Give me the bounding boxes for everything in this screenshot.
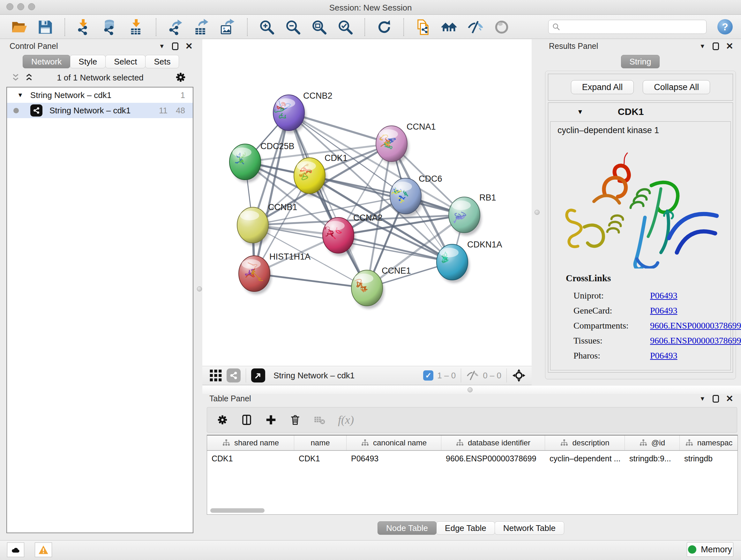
tab-network[interactable]: Network — [23, 55, 70, 68]
network-node-CCNB2[interactable]: CCNB2 — [273, 91, 333, 133]
export-image-icon[interactable] — [219, 19, 236, 36]
network-canvas[interactable]: CCNB2CCNA1CDC25BCDK1CDC6RB1CCNB1CCNA2CDK… — [202, 39, 532, 366]
network-node-CDC6[interactable]: CDC6 — [390, 174, 442, 217]
share-network-icon[interactable] — [226, 368, 241, 382]
cell-shared-name[interactable]: CDK1 — [207, 454, 294, 463]
right-splitter-handle[interactable] — [535, 210, 540, 215]
show-columns-icon[interactable] — [241, 414, 253, 426]
fit-selected-crosshair-icon[interactable] — [512, 368, 526, 382]
zoom-in-icon[interactable] — [259, 19, 275, 36]
table-row[interactable]: CDK1CDK1P064939606.ENSP00000378699cyclin… — [207, 451, 738, 466]
clone-network-icon[interactable] — [415, 19, 431, 36]
collapse-all-button[interactable]: Collapse All — [643, 80, 710, 94]
zoom-fit-icon[interactable] — [311, 19, 327, 36]
tab-style[interactable]: Style — [70, 55, 106, 68]
table-panel-close-icon[interactable]: ✕ — [726, 395, 733, 402]
results-panel-menu-icon[interactable]: ▼ — [699, 43, 705, 50]
column-header-shared-name[interactable]: shared name — [207, 435, 294, 450]
warning-button[interactable] — [35, 543, 52, 557]
zoom-out-icon[interactable] — [285, 19, 301, 36]
column-header-database-identifier[interactable]: database identifier — [441, 435, 545, 450]
table-panel-menu-icon[interactable]: ▼ — [699, 395, 705, 402]
selected-checkbox-icon[interactable]: ✓ — [423, 370, 433, 381]
cell-canonical-name[interactable]: P06493 — [347, 454, 441, 463]
tab-node-table[interactable]: Node Table — [378, 521, 436, 535]
shared-column-icon — [456, 439, 464, 447]
tab-sets[interactable]: Sets — [145, 55, 179, 68]
open-folder-icon[interactable] — [11, 19, 27, 36]
search-box[interactable] — [548, 20, 706, 34]
table-horizontal-scrollbar[interactable] — [210, 508, 265, 513]
network-node-CDC25B[interactable]: CDC25B — [229, 141, 294, 183]
import-database-icon[interactable] — [102, 19, 119, 36]
network-row[interactable]: String Network – cdk1 11 48 — [7, 103, 193, 118]
memory-button[interactable]: Memory — [687, 542, 733, 557]
cell-database-identifier[interactable]: 9606.ENSP00000378699 — [441, 454, 545, 463]
network-node-CCNE1[interactable]: CCNE1 — [351, 266, 411, 309]
hide-icon[interactable] — [467, 19, 484, 36]
crosslink-value-link[interactable]: P06493 — [650, 291, 677, 301]
results-panel-close-icon[interactable]: ✕ — [726, 43, 733, 50]
entry-expander-icon[interactable]: ▼ — [577, 108, 583, 116]
cell-name[interactable]: CDK1 — [294, 454, 347, 463]
control-panel-float-icon[interactable] — [172, 43, 179, 50]
network-node-RB1[interactable]: RB1 — [449, 193, 496, 236]
tab-network-table[interactable]: Network Table — [495, 521, 564, 535]
search-input[interactable] — [561, 21, 706, 33]
import-table-icon[interactable] — [128, 19, 145, 36]
column-header-namespac[interactable]: namespac — [680, 435, 738, 450]
network-edge[interactable] — [289, 113, 367, 288]
crosslink-value-link[interactable]: 9606.ENSP00000378699 — [650, 335, 741, 346]
control-panel-tabs: NetworkStyleSelectSets — [23, 55, 198, 68]
tab-string[interactable]: String — [621, 55, 660, 68]
cell-description[interactable]: cyclin–dependent ... — [545, 454, 625, 463]
export-network-icon[interactable] — [167, 19, 184, 36]
cloud-button[interactable] — [7, 543, 24, 557]
control-panel-title: Control Panel — [10, 42, 58, 51]
crosslink-value-link[interactable]: 9606.ENSP00000378699 — [650, 320, 741, 331]
horizontal-splitter-handle[interactable] — [468, 387, 473, 392]
ball-icon[interactable] — [493, 19, 510, 36]
delete-column-icon[interactable] — [289, 414, 301, 426]
zoom-selected-icon[interactable] — [337, 19, 354, 36]
node-label: CCNA2 — [353, 213, 383, 223]
network-node-CDKN1A[interactable]: CDKN1A — [436, 240, 502, 283]
add-column-icon[interactable] — [265, 414, 277, 426]
network-collection-row[interactable]: ▼ String Network – cdk1 1 — [7, 87, 193, 103]
column-header-name[interactable]: name — [294, 435, 347, 450]
results-panel-float-icon[interactable] — [713, 43, 719, 50]
node-label: CCNB2 — [303, 91, 333, 101]
network-view-title: String Network – cdk1 — [273, 371, 354, 381]
home-icon[interactable] — [441, 19, 458, 36]
refresh-icon[interactable] — [376, 19, 393, 36]
network-options-gear-icon[interactable] — [175, 71, 186, 83]
crosslink-value-link[interactable]: P06493 — [650, 306, 677, 316]
network-node-HIST1H1A[interactable]: HIST1H1A — [239, 252, 311, 294]
cell-namespac[interactable]: stringdb — [680, 454, 738, 463]
table-options-gear-icon[interactable] — [217, 414, 228, 426]
left-splitter-handle[interactable] — [197, 287, 202, 292]
control-panel-menu-icon[interactable]: ▼ — [159, 43, 165, 50]
column-header-description[interactable]: description — [545, 435, 625, 450]
grid-view-icon[interactable] — [209, 368, 223, 382]
tab-select[interactable]: Select — [105, 55, 145, 68]
help-button[interactable]: ? — [718, 19, 733, 35]
crosslink-value-link[interactable]: P06493 — [650, 351, 677, 361]
crosslink-label: Uniprot: — [574, 291, 650, 301]
collection-expander-icon[interactable]: ▼ — [17, 91, 23, 99]
export-table-icon[interactable] — [193, 19, 210, 36]
table-panel-float-icon[interactable] — [713, 395, 719, 402]
node-label: CCNE1 — [382, 266, 411, 275]
edge-count: 48 — [176, 106, 185, 116]
cell--id[interactable]: stringdb:9... — [625, 454, 680, 463]
import-network-icon[interactable] — [76, 19, 92, 36]
expand-all-button[interactable]: Expand All — [571, 80, 634, 94]
tab-edge-table[interactable]: Edge Table — [436, 521, 495, 535]
column-header--id[interactable]: @id — [625, 435, 680, 450]
shared-column-icon — [685, 439, 693, 447]
toolbar-separator — [64, 18, 65, 36]
column-header-canonical-name[interactable]: canonical name — [347, 435, 441, 450]
control-panel-close-icon[interactable]: ✕ — [185, 43, 193, 50]
save-icon[interactable] — [37, 19, 54, 36]
birdseye-view-icon[interactable] — [251, 368, 265, 382]
